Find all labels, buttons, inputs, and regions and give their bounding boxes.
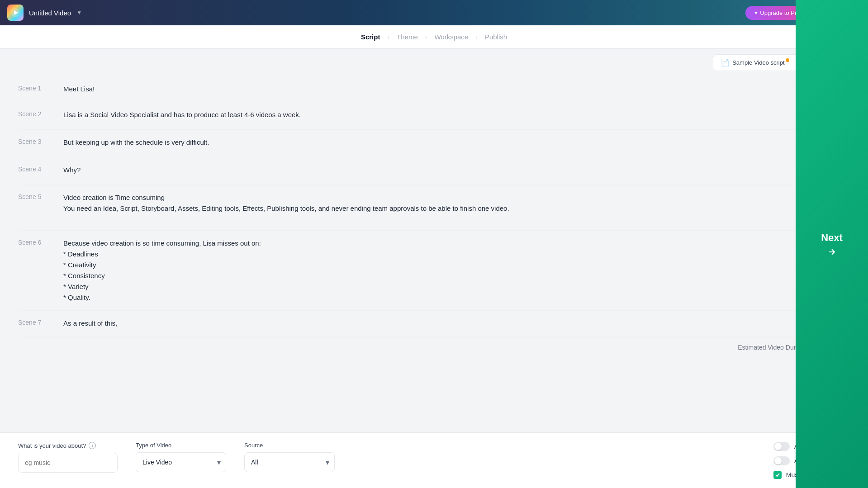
nav-item-theme[interactable]: Theme — [393, 31, 422, 43]
nav-item-script[interactable]: Script — [357, 31, 384, 43]
scene-text-4[interactable]: Why? — [63, 165, 830, 175]
next-arrow-icon — [827, 247, 836, 256]
scene-row: Scene 2 Lisa is a Social Video Specialis… — [18, 102, 850, 130]
video-about-input[interactable] — [18, 453, 118, 473]
next-button[interactable]: Next — [796, 0, 868, 488]
video-type-label: Type of Video — [136, 442, 226, 449]
video-type-group: Type of Video Live Video Animated Whiteb… — [136, 442, 226, 472]
source-select[interactable]: All Stock Uploads — [244, 452, 335, 472]
scene-row: Scene 3 But keeping up with the schedule… — [18, 130, 850, 157]
scenes-container: Scene 1 Meet Lisa! Scene 2 Lisa is a Soc… — [18, 76, 850, 358]
source-wrapper: All Stock Uploads ▾ — [244, 452, 335, 472]
nav-chevron-1: › — [387, 33, 389, 41]
source-group: Source All Stock Uploads ▾ — [244, 442, 335, 472]
info-icon-about[interactable]: i — [89, 442, 96, 449]
scene-row: Scene 6 Because video creation is so tim… — [18, 231, 850, 311]
video-about-group: What is your video about? i — [18, 442, 118, 473]
video-about-label: What is your video about? i — [18, 442, 118, 449]
sample-video-button[interactable]: 📄 Sample Video script — [713, 54, 798, 71]
scene-row: Scene 4 Why? — [18, 157, 850, 185]
toggle-knob — [774, 443, 782, 450]
title-dropdown-arrow[interactable]: ▼ — [76, 9, 82, 16]
scene-label-1: Scene 1 — [18, 84, 63, 92]
script-icon: 📄 — [721, 58, 730, 67]
video-type-wrapper: Live Video Animated Whiteboard ▾ — [136, 452, 226, 472]
nav-item-publish[interactable]: Publish — [481, 31, 511, 43]
scene-text-5[interactable]: Video creation is Time consuming You nee… — [63, 192, 830, 214]
main-content: Scene 1 Meet Lisa! Scene 2 Lisa is a Soc… — [0, 76, 868, 358]
add-voice-over-toggle[interactable] — [773, 456, 790, 465]
auto-highlight-toggle[interactable] — [773, 442, 790, 451]
nav-item-workspace[interactable]: Workspace — [431, 31, 472, 43]
scene-label-7: Scene 7 — [18, 318, 63, 326]
duration-bar: Estimated Video Duration 2 min 17 sec — [18, 336, 850, 358]
scene-text-7[interactable]: As a result of this, — [63, 318, 850, 329]
nav-bar: Script › Theme › Workspace › Publish — [0, 25, 868, 49]
scene-label-2: Scene 2 — [18, 109, 63, 118]
scene-label-3: Scene 3 — [18, 137, 63, 145]
scene-label-5: Scene 5 — [18, 192, 63, 200]
scene-row: Scene 5 Video creation is Time consuming… — [18, 185, 850, 231]
video-type-select[interactable]: Live Video Animated Whiteboard — [136, 452, 226, 472]
scene-text-2[interactable]: Lisa is a Social Video Specialist and ha… — [63, 109, 830, 120]
project-title: Untitled Video — [29, 9, 71, 17]
bottom-panel: What is your video about? i Type of Vide… — [0, 432, 868, 488]
nav-chevron-3: › — [475, 33, 478, 41]
header: Untitled Video ▼ ✦ Upgrade to Premium Sh… — [0, 0, 868, 25]
source-label: Source — [244, 442, 335, 449]
scene-label-6: Scene 6 — [18, 238, 63, 246]
nav-chevron-2: › — [425, 33, 427, 41]
scene-text-1[interactable]: Meet Lisa! — [63, 84, 839, 95]
notification-dot — [786, 58, 789, 62]
scene-text-3[interactable]: But keeping up with the schedule is very… — [63, 137, 830, 148]
scene-text-6[interactable]: Because video creation is so time consum… — [63, 238, 830, 303]
toolbar: 📄 Sample Video script ✏️ Clear All — [0, 49, 868, 76]
music-checkbox[interactable] — [773, 471, 782, 479]
app-logo — [7, 5, 24, 21]
scene-label-4: Scene 4 — [18, 165, 63, 173]
toggle-knob-voice — [774, 457, 782, 464]
scene-row: Scene 1 Meet Lisa! — [18, 76, 850, 102]
scene-row: Scene 7 As a result of this, — [18, 311, 850, 336]
next-label: Next — [821, 232, 843, 244]
